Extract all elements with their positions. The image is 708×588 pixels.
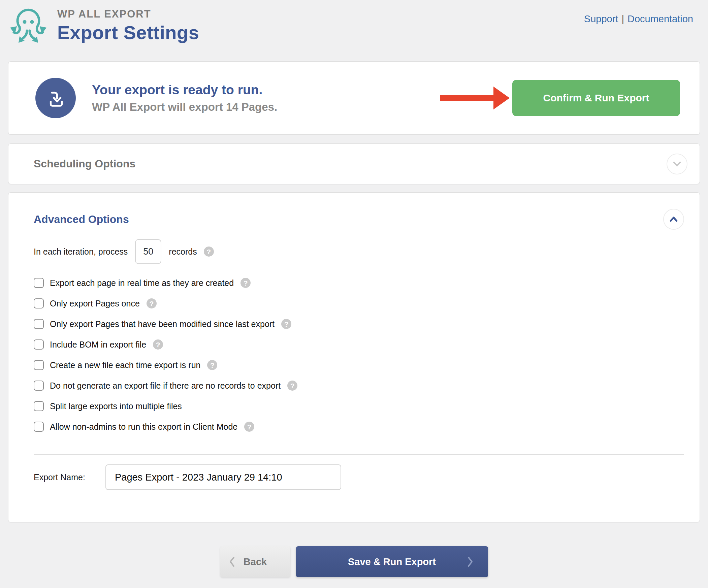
chevron-up-icon (666, 212, 681, 226)
checkbox-label: Create a new file each time export is ru… (50, 360, 200, 370)
checkbox-label: Allow non-admins to run this export in C… (50, 422, 237, 432)
checkbox-label: Include BOM in export file (50, 340, 146, 350)
link-separator: | (621, 13, 624, 24)
back-button[interactable]: Back (220, 546, 290, 577)
ready-text: Your export is ready to run. WP All Expo… (92, 83, 277, 114)
back-button-label: Back (243, 556, 267, 567)
download-circle-badge (35, 78, 76, 118)
red-pointer-arrow-icon (440, 87, 510, 110)
checkbox-label: Only export Pages once (50, 299, 140, 308)
checkbox-row: Allow non-admins to run this export in C… (34, 421, 684, 433)
iteration-prefix-label: In each iteration, process (34, 247, 128, 257)
help-icon[interactable] (287, 381, 297, 391)
checkbox-row: Do not generate an export file if there … (34, 380, 684, 391)
checkbox[interactable] (34, 381, 44, 391)
wp-all-export-octopus-logo-icon (8, 5, 49, 47)
checkbox-label: Do not generate an export file if there … (50, 381, 281, 391)
export-name-label: Export Name: (34, 472, 106, 482)
ready-banner-action-group: Confirm & Run Export (440, 80, 680, 116)
checkbox-label: Split large exports into multiple files (50, 402, 182, 411)
download-icon (45, 87, 67, 109)
iteration-setting-row: In each iteration, process records (34, 239, 684, 264)
iteration-records-input[interactable] (135, 239, 161, 264)
save-run-export-button[interactable]: Save & Run Export (296, 546, 488, 577)
footer-actions: Back Save & Run Export (0, 546, 708, 577)
checkbox-label: Export each page in real time as they ar… (50, 278, 234, 288)
chevron-down-icon (670, 157, 684, 171)
chevron-left-icon (228, 555, 236, 568)
red-arrow-head (494, 87, 510, 110)
checkbox-row: Split large exports into multiple files (34, 401, 684, 412)
export-name-input[interactable] (106, 464, 341, 490)
advanced-checkbox-list: Export each page in real time as they ar… (34, 277, 684, 433)
checkbox-row: Create a new file each time export is ru… (34, 359, 684, 371)
page-title: Export Settings (57, 22, 199, 43)
ready-heading: Your export is ready to run. (92, 83, 277, 97)
checkbox-row: Export each page in real time as they ar… (34, 277, 684, 289)
advanced-options-header: Advanced Options (34, 209, 684, 230)
checkbox-row: Only export Pages once (34, 298, 684, 309)
scheduling-options-title: Scheduling Options (34, 157, 136, 170)
checkbox-row: Include BOM in export file (34, 339, 684, 350)
iteration-suffix-label: records (169, 247, 197, 257)
help-icon[interactable] (153, 340, 163, 350)
checkbox[interactable] (34, 278, 44, 288)
checkbox-label: Only export Pages that have been modifie… (50, 319, 274, 329)
checkbox[interactable] (34, 401, 44, 411)
help-icon[interactable] (207, 360, 217, 370)
section-divider (34, 454, 684, 454)
export-name-row: Export Name: (34, 464, 684, 522)
help-icon[interactable] (244, 422, 254, 432)
help-icon[interactable] (147, 298, 157, 308)
advanced-options-title: Advanced Options (34, 213, 129, 226)
advanced-options-section: Advanced Options In each iteration, proc… (8, 192, 700, 522)
checkbox-row: Only export Pages that have been modifie… (34, 318, 684, 330)
chevron-right-icon (467, 555, 474, 568)
help-icon[interactable] (281, 319, 291, 329)
red-arrow-shaft (440, 95, 494, 101)
checkbox[interactable] (34, 298, 44, 308)
ready-banner-text-group: Your export is ready to run. WP All Expo… (35, 78, 277, 118)
title-block: WP ALL EXPORT Export Settings (57, 5, 199, 43)
scheduling-options-section: Scheduling Options (8, 144, 700, 184)
help-icon[interactable] (240, 278, 250, 288)
support-link[interactable]: Support (584, 13, 618, 24)
ready-subheading: WP All Export will export 14 Pages. (92, 101, 277, 114)
help-icon[interactable] (204, 246, 214, 257)
header-links: Support|Documentation (584, 13, 693, 25)
confirm-run-export-button[interactable]: Confirm & Run Export (512, 80, 680, 116)
checkbox[interactable] (34, 360, 44, 370)
save-button-label: Save & Run Export (348, 556, 436, 567)
export-ready-banner: Your export is ready to run. WP All Expo… (8, 61, 700, 135)
plugin-name: WP ALL EXPORT (57, 8, 199, 20)
page-header: WP ALL EXPORT Export Settings Support|Do… (0, 0, 708, 61)
checkbox[interactable] (34, 340, 44, 350)
logo-area: WP ALL EXPORT Export Settings (8, 5, 199, 47)
checkbox[interactable] (34, 319, 44, 329)
advanced-collapse-toggle[interactable] (663, 209, 684, 230)
checkbox[interactable] (34, 422, 44, 432)
scheduling-expand-toggle[interactable] (667, 153, 687, 174)
documentation-link[interactable]: Documentation (627, 13, 693, 24)
